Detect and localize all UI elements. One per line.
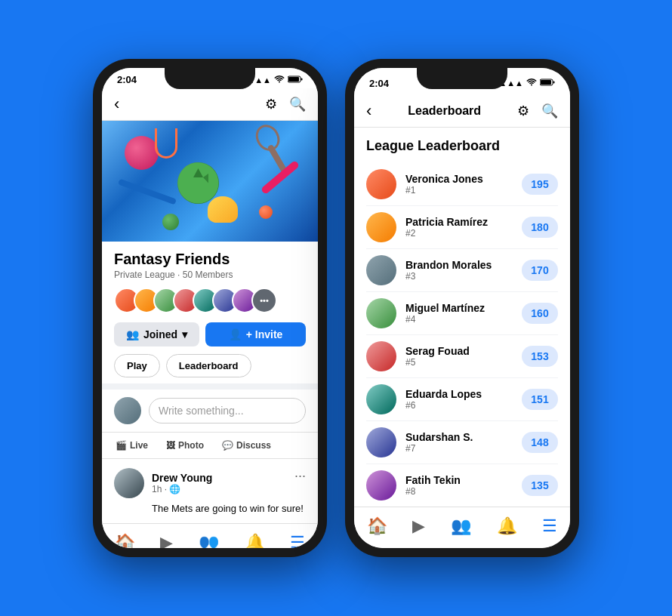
settings-icon-2[interactable]: ⚙ <box>517 103 529 119</box>
groups-icon-1: 👥 <box>199 533 219 548</box>
feed-post-text: The Mets are going to win for sure! <box>152 503 306 514</box>
member-avatar-more: ••• <box>251 288 277 313</box>
lb-name-8: Fatih Tekin <box>405 474 513 486</box>
hero-image <box>102 121 318 242</box>
svg-rect-7 <box>541 80 551 85</box>
back-button-2[interactable]: ‹ <box>366 101 371 121</box>
feed-post: Drew Young 1h · 🌐 ··· The Mets are going… <box>102 459 318 523</box>
lb-name-4: Miguel Martínez <box>405 302 513 314</box>
time-1: 2:04 <box>117 74 137 85</box>
live-icon: 🎬 <box>116 440 127 451</box>
discuss-icon: 💬 <box>222 440 233 451</box>
lb-name-3: Brandon Morales <box>405 259 513 271</box>
lb-avatar-5 <box>366 341 396 371</box>
lb-name-7: Sudarshan S. <box>405 431 513 443</box>
status-icons-2: ▲▲▲ <box>498 79 555 88</box>
back-button-1[interactable]: ‹ <box>114 94 119 114</box>
more-options-button[interactable]: ··· <box>294 468 306 484</box>
video-icon-1: ▶ <box>160 533 173 548</box>
bottom-nav-1: 🏠 ▶ 👥 🔔 ☰ <box>102 523 318 548</box>
lb-name-6: Eduarda Lopes <box>405 388 513 400</box>
lb-score-6: 151 <box>522 389 558 410</box>
nav-video-2[interactable]: ▶ <box>406 513 431 539</box>
leaderboard-button[interactable]: Leaderboard <box>166 354 251 377</box>
nav-home-1[interactable]: 🏠 <box>109 530 141 548</box>
lb-info-4: Miguel Martínez #4 <box>405 302 513 325</box>
lb-avatar-6 <box>366 384 396 414</box>
notch-2 <box>417 68 507 89</box>
svg-rect-8 <box>553 82 555 84</box>
nav-groups-2[interactable]: 👥 <box>445 513 477 539</box>
discuss-button[interactable]: 💬 Discuss <box>214 436 279 455</box>
home-icon-2: 🏠 <box>367 516 387 536</box>
wifi-icon <box>274 75 285 85</box>
nav-bell-2[interactable]: 🔔 <box>491 513 523 539</box>
post-input[interactable]: Write something... <box>149 398 306 424</box>
lb-name-5: Serag Fouad <box>405 345 513 357</box>
play-button[interactable]: Play <box>114 354 160 377</box>
settings-icon-1[interactable]: ⚙ <box>265 96 277 112</box>
group-meta: Private League · 50 Members <box>114 270 306 280</box>
lb-rank-3: #3 <box>405 271 513 282</box>
lb-rank-7: #7 <box>405 443 513 454</box>
lb-avatar-2 <box>366 212 396 242</box>
small-ball <box>259 205 273 219</box>
leaderboard-row-3: Brandon Morales #3 170 <box>366 249 558 292</box>
soccer-ball <box>177 162 219 204</box>
joined-button[interactable]: 👥 Joined ▾ <box>114 322 199 346</box>
leaderboard-section-title: League Leaderboard <box>366 138 558 154</box>
lb-avatar-1 <box>366 169 396 199</box>
lb-score-2: 180 <box>522 217 558 238</box>
leaderboard-row-8: Fatih Tekin #8 135 <box>366 464 558 507</box>
action-buttons: 👥 Joined ▾ 👤 + Invite <box>114 322 306 346</box>
leaderboard-page-title: Leaderboard <box>408 104 481 118</box>
video-icon-2: ▶ <box>412 516 425 536</box>
feed-user-name: Drew Young <box>152 472 212 484</box>
feed-post-header: Drew Young 1h · 🌐 ··· <box>114 468 306 498</box>
home-icon-1: 🏠 <box>115 533 135 548</box>
battery-icon-2 <box>540 79 555 88</box>
post-box: Write something... <box>102 390 318 433</box>
battery-icon <box>288 75 303 85</box>
leaderboard-row-7: Sudarshan S. #7 148 <box>366 421 558 464</box>
nav-menu-2[interactable]: ☰ <box>536 513 563 539</box>
group-name: Fantasy Friends <box>114 251 306 268</box>
joined-label: Joined <box>143 328 177 340</box>
menu-icon-1: ☰ <box>290 533 305 548</box>
live-button[interactable]: 🎬 Live <box>108 436 156 455</box>
nav-bell-1[interactable]: 🔔 <box>239 530 271 548</box>
leaderboard-row-1: Veronica Jones #1 195 <box>366 163 558 206</box>
live-label: Live <box>130 440 148 451</box>
lb-score-8: 135 <box>522 475 558 496</box>
feed-user-avatar <box>114 468 144 498</box>
svg-rect-1 <box>288 77 299 82</box>
lb-score-1: 195 <box>522 174 558 195</box>
header-icons-1: ⚙ 🔍 <box>265 96 306 112</box>
blue-ribbon <box>118 179 177 205</box>
nav-menu-1[interactable]: ☰ <box>284 530 311 548</box>
discuss-label: Discuss <box>236 440 271 451</box>
lb-rank-6: #6 <box>405 400 513 411</box>
feed-post-user: Drew Young 1h · 🌐 <box>114 468 212 498</box>
nav-home-2[interactable]: 🏠 <box>361 513 393 539</box>
search-icon-1[interactable]: 🔍 <box>289 96 306 112</box>
post-avatar <box>114 397 141 424</box>
lb-score-4: 160 <box>522 303 558 324</box>
notch <box>165 68 255 89</box>
helmet <box>208 196 238 223</box>
photo-button[interactable]: 🖼 Photo <box>159 436 211 455</box>
invite-button[interactable]: 👤 + Invite <box>205 322 306 346</box>
lb-score-7: 148 <box>522 432 558 453</box>
search-icon-2[interactable]: 🔍 <box>541 103 558 119</box>
secondary-buttons: Play Leaderboard <box>114 354 306 377</box>
nav-groups-1[interactable]: 👥 <box>193 530 225 548</box>
leaderboard-row-5: Serag Fouad #5 153 <box>366 335 558 378</box>
nav-video-1[interactable]: ▶ <box>154 530 179 548</box>
lb-score-3: 170 <box>522 260 558 281</box>
lb-info-8: Fatih Tekin #8 <box>405 474 513 497</box>
basketball-net <box>155 128 177 159</box>
lb-name-1: Veronica Jones <box>405 173 513 185</box>
post-actions: 🎬 Live 🖼 Photo 💬 Discuss <box>102 433 318 459</box>
lb-rank-8: #8 <box>405 486 513 497</box>
green-small-ball <box>162 214 179 230</box>
